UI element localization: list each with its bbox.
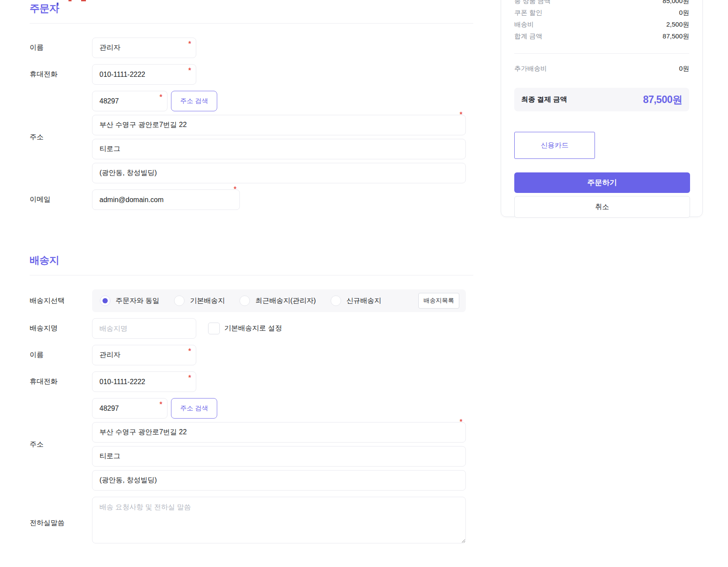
orderer-section: 주문자 이름 * 휴대전화 * (30, 2, 473, 210)
shipping-phone-row: 휴대전화 * (30, 371, 473, 392)
required-asterisk: * (188, 374, 191, 382)
payment-method-credit-card-button[interactable]: 신용카드 (514, 132, 595, 159)
shipping-message-row: 전하실말씀 (30, 497, 473, 543)
orderer-email-input[interactable] (92, 189, 240, 210)
place-order-button[interactable]: 주문하기 (514, 172, 690, 193)
orderer-name-input[interactable] (92, 38, 196, 58)
order-form: 주문자 이름 * 휴대전화 * (30, 2, 473, 550)
section-divider (30, 23, 473, 24)
shipping-address-line3-input[interactable] (92, 470, 466, 491)
summary-row-subtotal: 합계 금액 87,500원 (514, 31, 689, 42)
shipping-selector-row: 배송지선택 주문자와 동일 기본배송지 최근배송지(관리자) (30, 289, 473, 312)
shipping-message-textarea[interactable] (92, 497, 466, 543)
orderer-address-search-button[interactable]: 주소 검색 (171, 91, 217, 111)
radio-default-address[interactable]: 기본배송지 (174, 296, 225, 306)
shipping-selector-label: 배송지선택 (30, 289, 92, 312)
radio-icon[interactable] (239, 296, 250, 306)
cropped-content-artifact (81, 0, 86, 1)
radio-same-as-orderer[interactable]: 주문자와 동일 (100, 296, 159, 306)
default-address-checkbox[interactable] (208, 323, 220, 334)
orderer-address-line1-input[interactable] (92, 115, 466, 135)
cancel-button[interactable]: 취소 (514, 196, 690, 218)
orderer-name-label: 이름 (30, 38, 92, 58)
orderer-section-title: 주문자 (30, 2, 473, 15)
cropped-content-artifact (68, 0, 72, 1)
default-address-checkbox-label: 기본배송지로 설정 (224, 324, 282, 333)
radio-recent-address[interactable]: 최근배송지(관리자) (239, 296, 316, 306)
orderer-phone-input[interactable] (92, 64, 196, 85)
shipping-address-label: 주소 (30, 398, 92, 491)
shipping-message-label: 전하실말씀 (30, 497, 92, 543)
orderer-address-row: 주소 * 주소 검색 * (30, 91, 473, 183)
section-divider (30, 275, 473, 275)
orderer-address-label: 주소 (30, 91, 92, 183)
summary-row-total-product: 총 상품 금액 85,000원 (514, 0, 689, 7)
shipping-name-row: 이름 * (30, 345, 473, 365)
shipping-address-row: 주소 * 주소 검색 * (30, 398, 473, 491)
shipping-address-name-row: 배송지명 기본배송지로 설정 (30, 318, 473, 339)
order-summary-panel: 총 상품 금액 85,000원 쿠폰 할인 0원 배송비 2,500원 합계 금… (501, 0, 703, 217)
shipping-selector-bar: 주문자와 동일 기본배송지 최근배송지(관리자) 신규배송지 (92, 289, 466, 312)
panel-divider (514, 53, 689, 54)
shipping-address-search-button[interactable]: 주소 검색 (171, 398, 217, 419)
shipping-name-input[interactable] (92, 345, 196, 365)
orderer-phone-row: 휴대전화 * (30, 64, 473, 85)
shipping-address-name-input[interactable] (92, 318, 196, 339)
summary-row-extra-shipping: 추가배송비 0원 (514, 63, 689, 75)
required-asterisk: * (188, 347, 191, 355)
shipping-address-name-label: 배송지명 (30, 318, 92, 339)
checkout-page: 주문자 이름 * 휴대전화 * (0, 0, 728, 567)
orderer-address-line2-input[interactable] (92, 139, 466, 159)
radio-icon[interactable] (331, 296, 341, 306)
summary-row-shipping-fee: 배송비 2,500원 (514, 19, 689, 31)
shipping-name-label: 이름 (30, 345, 92, 365)
required-asterisk: * (460, 111, 462, 119)
orderer-email-label: 이메일 (30, 189, 92, 210)
shipping-section-title: 배송지 (30, 254, 473, 267)
shipping-address-line2-input[interactable] (92, 446, 466, 467)
shipping-section: 배송지 배송지선택 주문자와 동일 기본배송지 (30, 254, 473, 543)
shipping-address-line1-input[interactable] (92, 422, 466, 443)
orderer-address-line3-input[interactable] (92, 163, 466, 183)
summary-row-coupon: 쿠폰 할인 0원 (514, 7, 689, 19)
orderer-phone-label: 휴대전화 (30, 64, 92, 85)
radio-new-address[interactable]: 신규배송지 (331, 296, 381, 306)
required-asterisk: * (188, 40, 191, 48)
shipping-postal-code-input[interactable] (92, 398, 167, 419)
shipping-phone-label: 휴대전화 (30, 371, 92, 392)
required-asterisk: * (234, 186, 236, 193)
shipping-address-list-button[interactable]: 배송지목록 (418, 293, 459, 309)
orderer-email-row: 이메일 * (30, 189, 473, 210)
required-asterisk: * (188, 67, 191, 75)
required-asterisk: * (460, 418, 462, 426)
orderer-name-row: 이름 * (30, 38, 473, 58)
radio-icon[interactable] (100, 296, 110, 306)
orderer-postal-code-input[interactable] (92, 91, 167, 111)
final-amount-value: 87,500원 (643, 93, 682, 107)
required-asterisk: * (160, 93, 162, 101)
shipping-phone-input[interactable] (92, 371, 196, 392)
final-amount-box: 최종 결제 금액 87,500원 (514, 88, 689, 111)
required-asterisk: * (160, 401, 162, 409)
radio-icon[interactable] (174, 296, 185, 306)
